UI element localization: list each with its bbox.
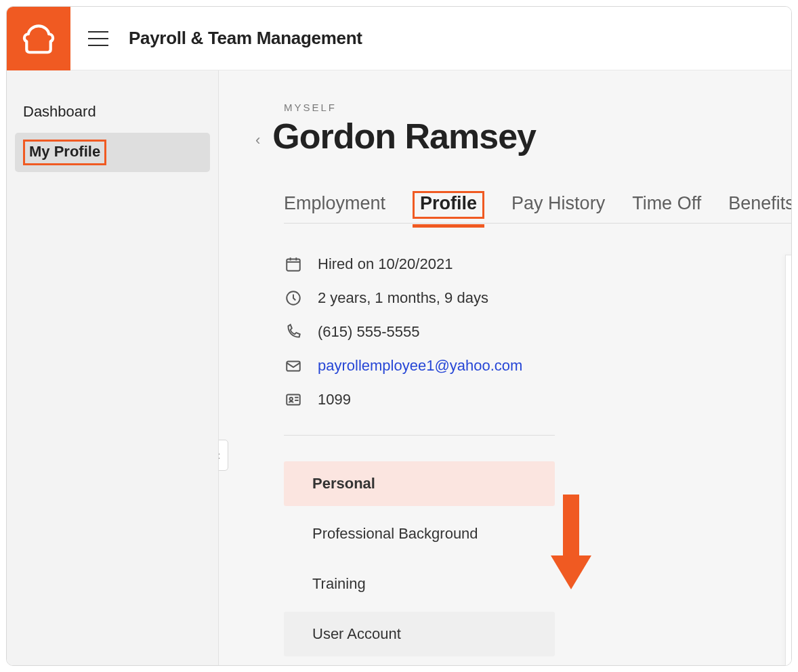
info-email: payrollemployee1@yahoo.com bbox=[284, 356, 555, 375]
svg-rect-3 bbox=[287, 394, 300, 404]
tabs: Employment Profile Pay History Time Off … bbox=[284, 193, 791, 224]
calendar-icon bbox=[284, 255, 303, 274]
personal-info-panel: Personal Information First name Gordon L… bbox=[785, 255, 791, 665]
phone-icon bbox=[284, 322, 303, 341]
clock-icon bbox=[284, 289, 303, 308]
tab-time-off[interactable]: Time Off bbox=[632, 193, 701, 219]
info-tenure-text: 2 years, 1 months, 9 days bbox=[318, 289, 488, 307]
app-title: Payroll & Team Management bbox=[129, 28, 362, 49]
sidebar-item-my-profile[interactable]: My Profile bbox=[15, 133, 210, 172]
svg-rect-5 bbox=[563, 495, 579, 559]
page-title: Gordon Ramsey bbox=[272, 116, 536, 156]
id-card-icon bbox=[284, 390, 303, 409]
info-hired: Hired on 10/20/2021 bbox=[284, 255, 555, 274]
sidebar: Dashboard My Profile bbox=[7, 70, 219, 665]
subsection-training[interactable]: Training bbox=[284, 562, 555, 606]
chevron-left-icon: ‹ bbox=[219, 448, 220, 463]
info-email-link[interactable]: payrollemployee1@yahoo.com bbox=[318, 357, 522, 375]
subsection-professional-background[interactable]: Professional Background bbox=[284, 511, 555, 556]
info-phone-text: (615) 555-5555 bbox=[318, 323, 419, 341]
svg-rect-0 bbox=[287, 259, 300, 270]
back-button[interactable]: ‹ bbox=[255, 131, 260, 149]
divider bbox=[284, 435, 555, 436]
profile-subsections: Personal Professional Background Trainin… bbox=[284, 461, 555, 656]
menu-icon[interactable] bbox=[88, 31, 108, 46]
info-hired-text: Hired on 10/20/2021 bbox=[318, 255, 453, 273]
brand-logo bbox=[7, 7, 70, 70]
info-type-text: 1099 bbox=[318, 391, 351, 408]
toast-icon bbox=[20, 20, 57, 57]
tab-profile[interactable]: Profile bbox=[413, 191, 484, 219]
svg-marker-6 bbox=[551, 555, 591, 589]
breadcrumb: MYSELF bbox=[284, 102, 791, 113]
subsection-user-account[interactable]: User Account bbox=[284, 612, 555, 656]
info-type: 1099 bbox=[284, 390, 555, 409]
tab-employment[interactable]: Employment bbox=[284, 193, 385, 219]
svg-point-4 bbox=[290, 398, 293, 400]
top-bar: Payroll & Team Management bbox=[7, 7, 791, 70]
sidebar-item-dashboard[interactable]: Dashboard bbox=[7, 95, 218, 129]
tab-benefits[interactable]: Benefits bbox=[728, 193, 791, 219]
collapse-sidebar-button[interactable]: ‹ bbox=[219, 440, 228, 471]
chevron-left-icon: ‹ bbox=[255, 131, 260, 148]
annotation-arrow-icon bbox=[551, 495, 591, 589]
profile-info-list: Hired on 10/20/2021 2 years, 1 months, 9… bbox=[284, 255, 555, 409]
mail-icon bbox=[284, 356, 303, 375]
subsection-personal[interactable]: Personal bbox=[284, 461, 555, 506]
tab-pay-history[interactable]: Pay History bbox=[511, 193, 605, 219]
info-tenure: 2 years, 1 months, 9 days bbox=[284, 289, 555, 308]
main-content: ‹ MYSELF ‹ Gordon Ramsey Employment Prof… bbox=[219, 70, 791, 665]
sidebar-item-label: My Profile bbox=[23, 140, 106, 165]
svg-rect-2 bbox=[287, 362, 300, 371]
info-phone: (615) 555-5555 bbox=[284, 322, 555, 341]
